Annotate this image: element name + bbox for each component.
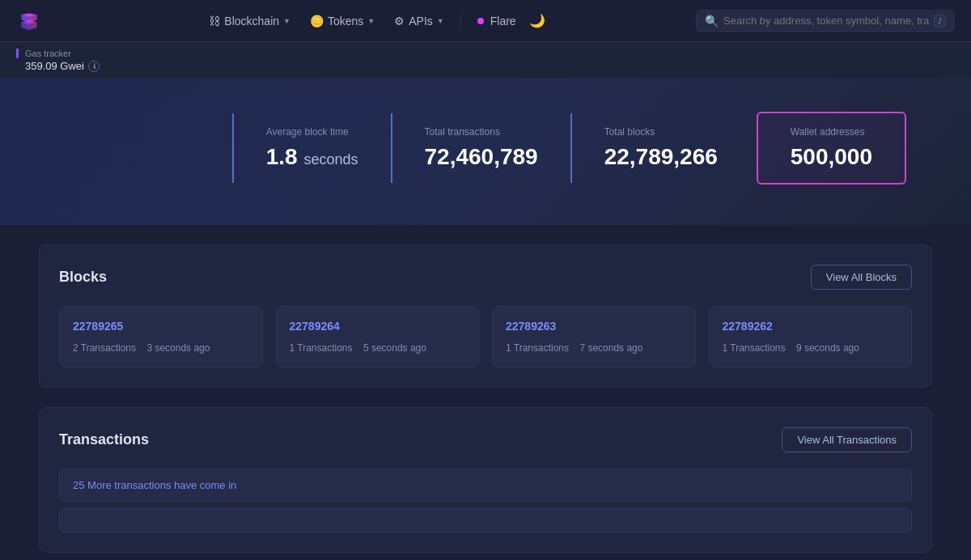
avg-block-time-number: 1.8 bbox=[266, 144, 298, 169]
view-all-transactions-button[interactable]: View All Transactions bbox=[782, 427, 912, 452]
block-number: 22789265 bbox=[73, 320, 249, 333]
transactions-notification[interactable]: 25 More transactions have come in bbox=[59, 469, 912, 502]
hero-section: Average block time 1.8 seconds Total tra… bbox=[0, 79, 971, 225]
search-bar[interactable]: 🔍 / bbox=[696, 10, 955, 32]
total-blocks-stat: Total blocks 22,789,266 bbox=[570, 113, 750, 183]
wallet-addresses-stat: Wallet addresses 500,000 bbox=[757, 112, 906, 185]
blockchain-chevron-icon: ▼ bbox=[283, 17, 290, 25]
block-number: 22789262 bbox=[723, 320, 899, 333]
total-tx-label: Total transactions bbox=[425, 126, 538, 138]
apis-chevron-icon: ▼ bbox=[437, 17, 444, 25]
gas-tracker-bar: Gas tracker 359.09 Gwei ℹ bbox=[0, 42, 971, 79]
logo[interactable] bbox=[16, 8, 42, 34]
block-time-ago: 3 seconds ago bbox=[146, 342, 210, 354]
transactions-section-header: Transactions View All Transactions bbox=[59, 427, 912, 452]
notification-count: 25 bbox=[73, 479, 84, 491]
block-tx-count: 2 Transactions bbox=[73, 342, 136, 354]
gas-tracker-value: 359.09 Gwei ℹ bbox=[16, 60, 955, 72]
block-card[interactable]: 22789263 1 Transactions 7 seconds ago bbox=[492, 306, 696, 367]
search-icon: 🔍 bbox=[705, 15, 719, 28]
block-tx-count: 1 Transactions bbox=[290, 342, 353, 354]
block-card[interactable]: 22789265 2 Transactions 3 seconds ago bbox=[59, 306, 263, 367]
flare-link[interactable]: Flare bbox=[471, 10, 523, 32]
avg-block-time-unit: seconds bbox=[303, 151, 358, 168]
gas-tracker-label: Gas tracker bbox=[16, 49, 955, 58]
transactions-section: Transactions View All Transactions 25 Mo… bbox=[39, 407, 932, 553]
flare-dot-icon bbox=[477, 18, 484, 24]
block-card[interactable]: 22789262 1 Transactions 9 seconds ago bbox=[709, 306, 913, 367]
blocks-section-header: Blocks View All Blocks bbox=[59, 265, 912, 290]
gas-value-text: 359.09 Gwei bbox=[25, 60, 84, 72]
block-tx-count: 1 Transactions bbox=[723, 342, 786, 354]
block-number: 22789263 bbox=[506, 320, 682, 333]
blocks-section: Blocks View All Blocks 22789265 2 Transa… bbox=[39, 244, 932, 388]
blockchain-menu[interactable]: ⛓ Blockchain ▼ bbox=[202, 10, 297, 32]
block-meta: 1 Transactions 7 seconds ago bbox=[506, 342, 682, 354]
avg-block-time-label: Average block time bbox=[266, 126, 358, 138]
blocks-grid: 22789265 2 Transactions 3 seconds ago 22… bbox=[59, 306, 912, 367]
transaction-row-preview bbox=[59, 508, 912, 532]
tokens-chevron-icon: ▼ bbox=[367, 17, 375, 25]
transactions-title: Transactions bbox=[59, 431, 149, 448]
blockchain-icon: ⛓ bbox=[209, 15, 220, 28]
hero-stats: Average block time 1.8 seconds Total tra… bbox=[232, 112, 906, 185]
block-meta: 1 Transactions 9 seconds ago bbox=[723, 342, 899, 354]
block-time-ago: 9 seconds ago bbox=[796, 342, 859, 354]
nav-divider-1 bbox=[460, 13, 461, 29]
search-slash-badge: / bbox=[934, 15, 946, 28]
tokens-menu[interactable]: 🪙 Tokens ▼ bbox=[303, 10, 381, 32]
apis-menu[interactable]: ⚙ APIs ▼ bbox=[388, 10, 451, 32]
total-tx-value: 72,460,789 bbox=[425, 144, 538, 170]
block-time-ago: 7 seconds ago bbox=[579, 342, 642, 354]
block-tx-count: 1 Transactions bbox=[506, 342, 569, 354]
search-input[interactable] bbox=[723, 15, 929, 27]
notification-text: More transactions have come in bbox=[84, 479, 236, 491]
main-content: Blocks View All Blocks 22789265 2 Transa… bbox=[0, 225, 971, 560]
tokens-label: Tokens bbox=[328, 15, 363, 28]
avg-block-time-stat: Average block time 1.8 seconds bbox=[232, 113, 391, 183]
wallet-addresses-value: 500,000 bbox=[791, 144, 872, 170]
block-number: 22789264 bbox=[290, 320, 466, 333]
wallet-addresses-label: Wallet addresses bbox=[791, 126, 872, 138]
blockchain-label: Blockchain bbox=[224, 15, 279, 28]
total-blocks-value: 22,789,266 bbox=[604, 144, 718, 170]
block-meta: 1 Transactions 5 seconds ago bbox=[290, 342, 466, 354]
navbar: ⛓ Blockchain ▼ 🪙 Tokens ▼ ⚙ APIs ▼ Flare… bbox=[0, 0, 971, 42]
apis-label: APIs bbox=[409, 15, 433, 28]
block-meta: 2 Transactions 3 seconds ago bbox=[73, 342, 249, 354]
nav-links: ⛓ Blockchain ▼ 🪙 Tokens ▼ ⚙ APIs ▼ Flare… bbox=[71, 10, 676, 32]
avg-block-time-value: 1.8 seconds bbox=[266, 144, 358, 170]
total-blocks-label: Total blocks bbox=[604, 126, 718, 138]
blocks-title: Blocks bbox=[59, 269, 107, 286]
apis-icon: ⚙ bbox=[394, 15, 405, 28]
total-transactions-stat: Total transactions 72,460,789 bbox=[391, 113, 570, 183]
tokens-icon: 🪙 bbox=[310, 15, 324, 28]
dark-mode-toggle[interactable]: 🌙 bbox=[529, 13, 545, 28]
block-card[interactable]: 22789264 1 Transactions 5 seconds ago bbox=[276, 306, 480, 367]
flare-label: Flare bbox=[490, 15, 516, 28]
view-all-blocks-button[interactable]: View All Blocks bbox=[811, 265, 912, 290]
block-time-ago: 5 seconds ago bbox=[363, 342, 426, 354]
gas-info-icon[interactable]: ℹ bbox=[88, 61, 100, 72]
